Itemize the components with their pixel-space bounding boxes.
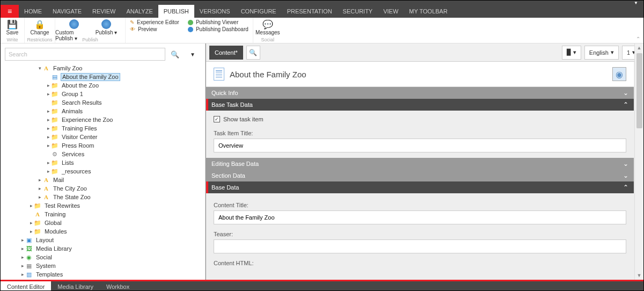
pane-scrollbar[interactable]: ▲▼ bbox=[634, 43, 643, 280]
tree-item-family-zoo[interactable]: ▾AFamily Zoo bbox=[1, 64, 205, 72]
tree-item-about-the-family-zoo[interactable]: ▤About the Family Zoo bbox=[1, 72, 205, 81]
bottom-tab-workbox[interactable]: Workbox bbox=[100, 281, 136, 291]
tree-item-experience-the-zoo[interactable]: ▸📁Experience the Zoo bbox=[1, 115, 205, 124]
A-icon: A bbox=[42, 64, 50, 72]
search-input[interactable]: Search bbox=[5, 48, 165, 61]
collapse-ribbon-icon[interactable]: ⌃ bbox=[636, 36, 640, 42]
chevron-right-icon[interactable]: ▸ bbox=[46, 134, 51, 140]
scroll-down-icon[interactable]: ▼ bbox=[635, 271, 643, 280]
show-task-item-checkbox[interactable]: ✓Show task item bbox=[214, 116, 626, 122]
tree-item-the-state-zoo[interactable]: ▸AThe State Zoo bbox=[1, 193, 205, 201]
menu-view[interactable]: VIEW bbox=[378, 5, 404, 18]
section-base-data[interactable]: Base Data⌃ bbox=[206, 181, 634, 193]
preview-button[interactable]: 👁Preview bbox=[130, 26, 179, 32]
chevron-right-icon[interactable]: ▸ bbox=[28, 220, 34, 225]
chevron-right-icon[interactable]: ▸ bbox=[20, 254, 25, 260]
app-menu-caret-icon[interactable]: ▼ bbox=[634, 1, 638, 5]
chevron-right-icon[interactable]: ▸ bbox=[20, 272, 25, 277]
messages-button[interactable]: 💬 Messages bbox=[253, 18, 282, 35]
menu-publish[interactable]: PUBLISH bbox=[158, 5, 194, 18]
chevron-right-icon[interactable]: ▸ bbox=[37, 194, 42, 200]
tree-item-lists[interactable]: ▸📁Lists bbox=[1, 158, 205, 167]
menu-analyze[interactable]: ANALYZE bbox=[121, 5, 158, 18]
search-dropdown-icon[interactable]: ▼ bbox=[185, 52, 201, 57]
scroll-up-icon[interactable]: ▲ bbox=[635, 43, 643, 52]
chevron-right-icon[interactable]: ▸ bbox=[20, 246, 25, 251]
chevron-right-icon[interactable]: ▸ bbox=[46, 143, 51, 148]
chevron-right-icon[interactable]: ▸ bbox=[28, 203, 34, 208]
tree-item-system[interactable]: ▸▦System bbox=[1, 261, 205, 270]
language-dropdown[interactable]: English ▾ bbox=[584, 46, 619, 60]
chevron-right-icon[interactable]: ▸ bbox=[46, 126, 51, 131]
document-icon bbox=[214, 68, 224, 81]
chevron-right-icon[interactable]: ▸ bbox=[37, 177, 42, 183]
menu-my-toolbar[interactable]: MY TOOLBAR bbox=[404, 5, 453, 18]
teaser-input[interactable] bbox=[214, 239, 626, 253]
section-quick-info[interactable]: Quick Info⌄ bbox=[206, 87, 634, 99]
tree-item-animals[interactable]: ▸📁Animals bbox=[1, 107, 205, 115]
content-tree[interactable]: ▾AFamily Zoo▤About the Family Zoo▸📁About… bbox=[1, 63, 205, 280]
menu-home[interactable]: HOME bbox=[19, 5, 47, 18]
tree-label: Experience the Zoo bbox=[61, 117, 114, 123]
tree-item--resources[interactable]: ▸📁_resources bbox=[1, 167, 205, 176]
content-title-input[interactable] bbox=[214, 210, 626, 224]
menu-versions[interactable]: VERSIONS bbox=[194, 5, 236, 18]
menu-navigate[interactable]: NAVIGATE bbox=[47, 5, 87, 18]
chevron-down-icon[interactable]: ▾ bbox=[37, 66, 42, 71]
chevron-right-icon[interactable]: ▸ bbox=[46, 91, 51, 97]
experience-editor-button[interactable]: ✎Experience Editor bbox=[130, 19, 179, 25]
section-base-task-data[interactable]: Base Task Data⌃ bbox=[206, 99, 634, 111]
tree-item-social[interactable]: ▸◉Social bbox=[1, 253, 205, 261]
publishing-viewer-button[interactable]: Publishing Viewer bbox=[188, 19, 248, 25]
folder-icon: 📁 bbox=[51, 116, 58, 123]
tree-item-test-rewrites[interactable]: ▸📁Test Rewrites bbox=[1, 201, 205, 210]
hamburger-button[interactable]: ≡ bbox=[1, 5, 19, 18]
save-button[interactable]: 💾 Save bbox=[1, 18, 24, 35]
section-editing-base-data[interactable]: Editing Base Data⌄ bbox=[206, 158, 634, 170]
tree-item-press-room[interactable]: ▸📁Press Room bbox=[1, 141, 205, 150]
flag-dropdown[interactable]: ▉▾ bbox=[562, 46, 581, 60]
tree-item-modules[interactable]: ▸📁Modules bbox=[1, 227, 205, 236]
chevron-right-icon[interactable]: ▸ bbox=[46, 117, 51, 122]
chevron-right-icon[interactable]: ▸ bbox=[46, 108, 51, 114]
tree-item-mail[interactable]: ▸AMail bbox=[1, 176, 205, 184]
bottom-tab-media-library[interactable]: Media Library bbox=[51, 281, 100, 291]
chevron-right-icon[interactable]: ▸ bbox=[20, 263, 25, 268]
section-label: Editing Base Data bbox=[211, 161, 259, 167]
tree-item-about-the-zoo[interactable]: ▸📁About the Zoo bbox=[1, 81, 205, 90]
tree-item-the-city-zoo[interactable]: ▸AThe City Zoo bbox=[1, 184, 205, 193]
tree-item-group-1[interactable]: ▸📁Group 1 bbox=[1, 90, 205, 98]
tree-item-templates[interactable]: ▸▥Templates bbox=[1, 270, 205, 279]
tree-item-visitor-center[interactable]: ▸📁Visitor Center bbox=[1, 133, 205, 141]
menu-presentation[interactable]: PRESENTATION bbox=[282, 5, 338, 18]
section-section-data[interactable]: Section Data⌄ bbox=[206, 170, 634, 181]
search-content-button[interactable]: 🔍 bbox=[246, 46, 260, 60]
tree-item-layout[interactable]: ▸▣Layout bbox=[1, 236, 205, 244]
chevron-right-icon[interactable]: ▸ bbox=[46, 160, 51, 165]
chevron-right-icon[interactable]: ▸ bbox=[28, 229, 34, 234]
task-title-input[interactable] bbox=[214, 139, 626, 152]
chevron-right-icon[interactable]: ▸ bbox=[46, 169, 51, 174]
bottom-tab-content-editor[interactable]: Content Editor bbox=[1, 281, 51, 291]
tree-item-training-files[interactable]: ▸📁Training Files bbox=[1, 124, 205, 133]
chevron-right-icon[interactable]: ▸ bbox=[46, 83, 51, 88]
tree-label: Test Rewrites bbox=[43, 202, 81, 209]
tree-item-search-results[interactable]: 📁Search Results bbox=[1, 98, 205, 107]
tree-item-media-library[interactable]: ▸🖼Media Library bbox=[1, 244, 205, 253]
menu-configure[interactable]: CONFIGURE bbox=[236, 5, 282, 18]
menu-review[interactable]: REVIEW bbox=[87, 5, 121, 18]
scroll-thumb[interactable] bbox=[636, 53, 642, 128]
folder-icon: 📁 bbox=[34, 228, 41, 235]
publishing-dashboard-button[interactable]: Publishing Dashboard bbox=[188, 26, 248, 32]
content-tab[interactable]: Content* bbox=[209, 46, 243, 60]
menu-security[interactable]: SECURITY bbox=[338, 5, 378, 18]
tree-item-global[interactable]: ▸📁Global bbox=[1, 219, 205, 227]
folder-icon: 📁 bbox=[51, 125, 58, 132]
change-button[interactable]: 🔒 Change bbox=[25, 18, 55, 35]
search-icon[interactable]: 🔍 bbox=[169, 50, 181, 59]
tree-item-services[interactable]: ⚙Services bbox=[1, 150, 205, 158]
tree-item-training[interactable]: ATraining bbox=[1, 210, 205, 219]
lock-owner-avatar[interactable]: ◉ bbox=[612, 67, 626, 81]
chevron-right-icon[interactable]: ▸ bbox=[20, 237, 25, 243]
chevron-right-icon[interactable]: ▸ bbox=[37, 186, 42, 191]
